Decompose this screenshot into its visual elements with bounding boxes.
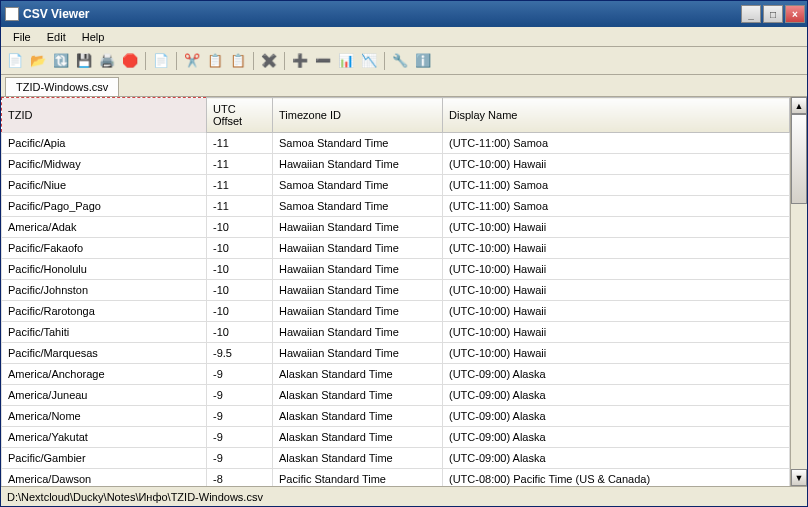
delete-col-icon[interactable]: 📉 [359,51,379,71]
table-cell[interactable]: Alaskan Standard Time [273,427,443,448]
table-cell[interactable]: Hawaiian Standard Time [273,322,443,343]
table-cell[interactable]: Alaskan Standard Time [273,406,443,427]
table-cell[interactable]: America/Anchorage [2,364,207,385]
table-row[interactable]: Pacific/Johnston-10Hawaiian Standard Tim… [2,280,790,301]
menu-help[interactable]: Help [74,29,113,45]
table-cell[interactable]: -11 [207,133,273,154]
open-icon[interactable]: 📂 [28,51,48,71]
table-cell[interactable]: (UTC-10:00) Hawaii [443,154,790,175]
table-cell[interactable]: Hawaiian Standard Time [273,217,443,238]
table-cell[interactable]: Hawaiian Standard Time [273,259,443,280]
table-cell[interactable]: America/Dawson [2,469,207,487]
table-cell[interactable]: Alaskan Standard Time [273,364,443,385]
table-row[interactable]: America/Anchorage-9Alaskan Standard Time… [2,364,790,385]
table-cell[interactable]: (UTC-10:00) Hawaii [443,343,790,364]
table-row[interactable]: America/Juneau-9Alaskan Standard Time(UT… [2,385,790,406]
table-cell[interactable]: (UTC-10:00) Hawaii [443,217,790,238]
table-cell[interactable]: (UTC-10:00) Hawaii [443,322,790,343]
table-row[interactable]: America/Adak-10Hawaiian Standard Time(UT… [2,217,790,238]
table-cell[interactable]: America/Adak [2,217,207,238]
scroll-up-icon[interactable]: ▲ [791,97,807,114]
vertical-scrollbar[interactable]: ▲ ▼ [790,97,807,486]
table-row[interactable]: Pacific/Apia-11Samoa Standard Time(UTC-1… [2,133,790,154]
column-header[interactable]: Timezone ID [273,98,443,133]
table-row[interactable]: America/Nome-9Alaskan Standard Time(UTC-… [2,406,790,427]
table-cell[interactable]: (UTC-09:00) Alaska [443,364,790,385]
insert-col-icon[interactable]: 📊 [336,51,356,71]
table-cell[interactable]: Hawaiian Standard Time [273,343,443,364]
table-cell[interactable]: (UTC-10:00) Hawaii [443,238,790,259]
table-cell[interactable]: Hawaiian Standard Time [273,154,443,175]
table-cell[interactable]: Pacific/Fakaofo [2,238,207,259]
table-cell[interactable]: Pacific Standard Time [273,469,443,487]
table-cell[interactable]: (UTC-08:00) Pacific Time (US & Canada) [443,469,790,487]
table-row[interactable]: Pacific/Marquesas-9.5Hawaiian Standard T… [2,343,790,364]
table-cell[interactable]: Pacific/Midway [2,154,207,175]
table-cell[interactable]: -9 [207,406,273,427]
table-cell[interactable]: Pacific/Rarotonga [2,301,207,322]
table-cell[interactable]: -9 [207,385,273,406]
table-cell[interactable]: -11 [207,154,273,175]
menu-file[interactable]: File [5,29,39,45]
table-cell[interactable]: Pacific/Pago_Pago [2,196,207,217]
table-cell[interactable]: Pacific/Apia [2,133,207,154]
table-cell[interactable]: -10 [207,238,273,259]
table-cell[interactable]: America/Nome [2,406,207,427]
info-icon[interactable]: ℹ️ [413,51,433,71]
table-cell[interactable]: -10 [207,217,273,238]
save-icon[interactable]: 💾 [74,51,94,71]
table-cell[interactable]: Alaskan Standard Time [273,385,443,406]
table-cell[interactable]: Pacific/Honolulu [2,259,207,280]
table-cell[interactable]: Pacific/Tahiti [2,322,207,343]
table-cell[interactable]: (UTC-11:00) Samoa [443,133,790,154]
print-icon[interactable]: 🖨️ [97,51,117,71]
table-cell[interactable]: Samoa Standard Time [273,133,443,154]
table-cell[interactable]: Hawaiian Standard Time [273,238,443,259]
delete-icon[interactable]: ✖️ [259,51,279,71]
table-row[interactable]: Pacific/Pago_Pago-11Samoa Standard Time(… [2,196,790,217]
scroll-thumb[interactable] [791,114,807,204]
table-cell[interactable]: Samoa Standard Time [273,196,443,217]
stop-icon[interactable]: 🛑 [120,51,140,71]
copy-icon[interactable]: 📋 [205,51,225,71]
table-cell[interactable]: (UTC-10:00) Hawaii [443,301,790,322]
table-cell[interactable]: -9 [207,364,273,385]
table-cell[interactable]: -8 [207,469,273,487]
table-cell[interactable]: (UTC-09:00) Alaska [443,406,790,427]
table-row[interactable]: Pacific/Tahiti-10Hawaiian Standard Time(… [2,322,790,343]
table-cell[interactable]: -9 [207,448,273,469]
table-cell[interactable]: (UTC-10:00) Hawaii [443,280,790,301]
table-cell[interactable]: -9 [207,427,273,448]
tool-icon[interactable]: 🔧 [390,51,410,71]
table-row[interactable]: Pacific/Midway-11Hawaiian Standard Time(… [2,154,790,175]
table-cell[interactable]: America/Yakutat [2,427,207,448]
table-row[interactable]: America/Dawson-8Pacific Standard Time(UT… [2,469,790,487]
table-cell[interactable]: -11 [207,196,273,217]
table-cell[interactable]: -10 [207,259,273,280]
table-row[interactable]: Pacific/Rarotonga-10Hawaiian Standard Ti… [2,301,790,322]
table-cell[interactable]: -11 [207,175,273,196]
column-header[interactable]: TZID [2,98,207,133]
menu-edit[interactable]: Edit [39,29,74,45]
table-cell[interactable]: Pacific/Johnston [2,280,207,301]
table-cell[interactable]: -9.5 [207,343,273,364]
table-cell[interactable]: -10 [207,280,273,301]
minimize-button[interactable]: _ [741,5,761,23]
table-cell[interactable]: (UTC-11:00) Samoa [443,196,790,217]
table-cell[interactable]: (UTC-09:00) Alaska [443,427,790,448]
table-cell[interactable]: Pacific/Niue [2,175,207,196]
table-row[interactable]: Pacific/Niue-11Samoa Standard Time(UTC-1… [2,175,790,196]
delete-row-icon[interactable]: ➖ [313,51,333,71]
table-cell[interactable]: -10 [207,322,273,343]
new-icon[interactable]: 📄 [5,51,25,71]
refresh-icon[interactable]: 🔃 [51,51,71,71]
cut-icon[interactable]: ✂️ [182,51,202,71]
table-cell[interactable]: America/Juneau [2,385,207,406]
insert-row-icon[interactable]: ➕ [290,51,310,71]
column-header[interactable]: UTC Offset [207,98,273,133]
paste-icon[interactable]: 📋 [228,51,248,71]
table-row[interactable]: America/Yakutat-9Alaskan Standard Time(U… [2,427,790,448]
table-row[interactable]: Pacific/Honolulu-10Hawaiian Standard Tim… [2,259,790,280]
table-cell[interactable]: Pacific/Gambier [2,448,207,469]
table-row[interactable]: Pacific/Fakaofo-10Hawaiian Standard Time… [2,238,790,259]
